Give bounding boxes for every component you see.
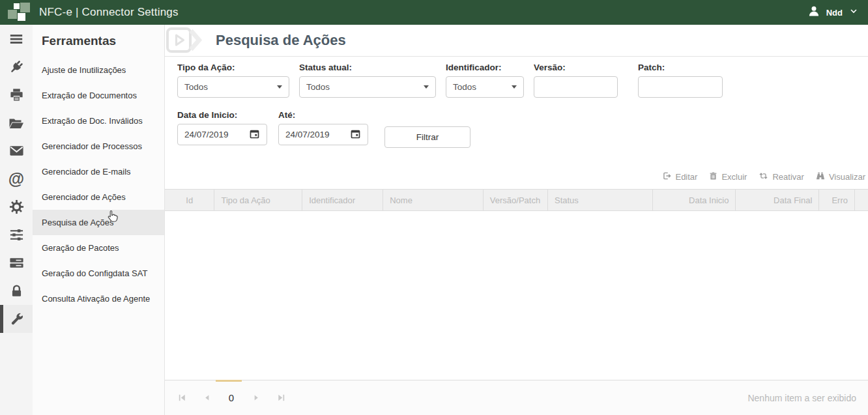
- table-header-row: Id Tipo da Ação Identificador Nome Versã…: [165, 189, 868, 211]
- excluir-button[interactable]: Excluir: [709, 171, 747, 182]
- chevron-down-icon: [848, 6, 859, 19]
- sidebar-item-pesquisa-de-acoes[interactable]: Pesquisa de Ações: [33, 210, 164, 235]
- repeat-arrows-icon: [759, 171, 768, 182]
- select-caret-icon: [277, 85, 282, 89]
- ate-label: Até:: [278, 110, 368, 120]
- data-inicio-label: Data de Inicio:: [177, 110, 267, 120]
- status-atual-value: Todos: [306, 82, 330, 92]
- table-body-empty: [165, 211, 868, 380]
- app-title: NFC-e | Connector Settings: [39, 6, 179, 19]
- wrench-icon[interactable]: [0, 305, 33, 333]
- trash-icon: [709, 171, 717, 182]
- column-header-filler: [854, 190, 868, 210]
- icon-rail: @: [0, 25, 33, 415]
- excluir-label: Excluir: [721, 172, 747, 182]
- sidebar-item-consulta-ativacao-de-agente[interactable]: Consulta Ativação de Agente: [33, 286, 164, 311]
- column-header-data-inicio[interactable]: Data Inicio: [652, 190, 736, 210]
- plug-icon[interactable]: [0, 53, 33, 81]
- editar-button[interactable]: Editar: [662, 171, 697, 182]
- top-header-bar: NFC-e | Connector Settings Ndd: [0, 0, 868, 25]
- current-page-number[interactable]: 0: [224, 390, 239, 406]
- current-page-indicator: [216, 380, 242, 382]
- status-atual-select[interactable]: Todos: [299, 76, 436, 98]
- ate-datepicker[interactable]: 24/07/2019: [278, 124, 368, 145]
- printer-icon[interactable]: [0, 81, 33, 109]
- sidebar-item-geracao-de-pacotes[interactable]: Geração de Pacotes: [33, 235, 164, 261]
- user-menu[interactable]: Ndd: [807, 5, 859, 20]
- sidebar-item-geracao-do-configdata-sat[interactable]: Geração do Configdata SAT: [33, 261, 164, 286]
- reativar-button[interactable]: Reativar: [759, 171, 803, 182]
- column-header-identificador[interactable]: Identificador: [302, 190, 383, 210]
- sidebar-item-extracao-de-documentos[interactable]: Extração de Documentos: [33, 83, 164, 108]
- server-icon[interactable]: [0, 249, 33, 277]
- filtrar-button[interactable]: Filtrar: [384, 126, 470, 148]
- tipo-da-acao-select[interactable]: Todos: [177, 76, 289, 98]
- sidebar-item-extracao-de-doc-invalidos[interactable]: Extração de Doc. Inválidos: [33, 108, 164, 134]
- user-name: Ndd: [826, 8, 843, 18]
- sidebar-item-gerenciador-de-processos[interactable]: Gerenciador de Processos: [33, 134, 164, 159]
- filter-panel: Tipo da Ação: Todos Status atual: Todos: [165, 57, 868, 148]
- column-header-tipo-da-acao[interactable]: Tipo da Ação: [214, 190, 302, 210]
- column-header-erro[interactable]: Erro: [818, 190, 854, 210]
- play-breadcrumb-icon: [166, 25, 207, 55]
- hamburger-menu-icon[interactable]: [0, 25, 33, 53]
- empty-items-message: Nenhum item a ser exibido: [747, 393, 856, 403]
- next-page-button[interactable]: [248, 390, 264, 406]
- patch-label: Patch:: [638, 63, 723, 72]
- identificador-value: Todos: [453, 82, 476, 92]
- folder-open-icon[interactable]: [0, 109, 33, 137]
- sidebar-item-gerenciador-de-acoes[interactable]: Gerenciador de Ações: [33, 184, 164, 210]
- user-icon: [807, 5, 820, 20]
- tipo-da-acao-value: Todos: [184, 82, 208, 92]
- page-header: Pesquisa de Ações: [165, 25, 868, 57]
- gear-icon[interactable]: [0, 193, 33, 221]
- ate-value: 24/07/2019: [285, 130, 330, 139]
- tipo-da-acao-label: Tipo da Ação:: [177, 63, 289, 72]
- reativar-label: Reativar: [772, 172, 803, 182]
- sign-out-arrow-icon: [662, 171, 671, 182]
- visualizar-label: Visualizar: [829, 172, 865, 182]
- column-header-status[interactable]: Status: [547, 190, 652, 210]
- versao-label: Versão:: [534, 63, 618, 72]
- envelope-icon[interactable]: [0, 137, 33, 165]
- main-content: Pesquisa de Ações Tipo da Ação: Todos St…: [165, 25, 868, 415]
- at-sign-icon[interactable]: @: [0, 165, 33, 193]
- data-inicio-value: 24/07/2019: [184, 130, 229, 139]
- last-page-button[interactable]: [273, 390, 289, 406]
- previous-page-button[interactable]: [199, 390, 214, 406]
- lock-icon[interactable]: [0, 277, 33, 305]
- visualizar-button[interactable]: Visualizar: [816, 171, 865, 182]
- column-header-data-final[interactable]: Data Final: [735, 190, 818, 210]
- sidebar-item-gerenciador-de-emails[interactable]: Gerenciador de E-mails: [33, 159, 164, 184]
- status-atual-label: Status atual:: [299, 63, 436, 72]
- sliders-icon[interactable]: [0, 221, 33, 249]
- select-caret-icon: [512, 85, 517, 89]
- versao-input[interactable]: [541, 82, 611, 92]
- first-page-button[interactable]: [174, 390, 190, 406]
- grid-actions-toolbar: Editar Excluir Reativar: [165, 148, 868, 189]
- identificador-label: Identificador:: [446, 63, 524, 72]
- binoculars-icon: [816, 171, 825, 182]
- data-inicio-datepicker[interactable]: 24/07/2019: [177, 124, 267, 145]
- sidebar: Ferramentas Ajuste de Inutilizações Extr…: [33, 25, 165, 415]
- column-header-versao-patch[interactable]: Versão/Patch: [483, 190, 547, 210]
- calendar-icon[interactable]: [249, 128, 260, 141]
- sidebar-item-ajuste-de-inutilizacoes[interactable]: Ajuste de Inutilizações: [33, 57, 164, 83]
- page-title: Pesquisa de Ações: [216, 32, 346, 49]
- patch-input[interactable]: [645, 82, 716, 92]
- column-header-id[interactable]: Id: [165, 190, 214, 210]
- select-caret-icon: [424, 85, 429, 89]
- pagination-bar: 0 Nenhum item a ser exibido: [165, 380, 868, 415]
- calendar-icon[interactable]: [350, 128, 361, 141]
- app-window: NFC-e | Connector Settings Ndd: [0, 0, 868, 415]
- ndd-logo: [8, 3, 30, 22]
- editar-label: Editar: [675, 172, 697, 182]
- column-header-nome[interactable]: Nome: [383, 190, 483, 210]
- sidebar-title: Ferramentas: [33, 31, 164, 57]
- identificador-select[interactable]: Todos: [446, 76, 524, 98]
